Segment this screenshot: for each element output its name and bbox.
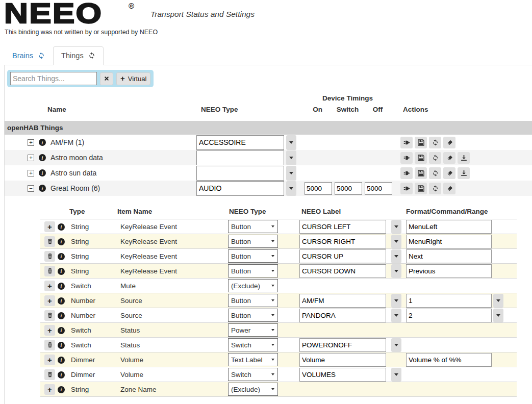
delete-channel-button[interactable] xyxy=(44,266,55,276)
timing-switch-input[interactable] xyxy=(335,182,362,195)
format-command-range-input[interactable] xyxy=(406,235,492,248)
expand-icon[interactable]: + xyxy=(28,170,34,176)
channel-neeo-type-select[interactable]: Button xyxy=(228,294,278,307)
add-virtual-button[interactable]: + Virtual xyxy=(116,72,150,85)
channel-neeo-type-select[interactable]: Button xyxy=(228,264,278,277)
channel-neeo-type-select[interactable]: Text Label xyxy=(228,353,278,366)
neeo-type-input[interactable] xyxy=(196,135,284,150)
info-icon[interactable]: i xyxy=(58,342,65,349)
channel-neeo-type-select[interactable]: Button xyxy=(228,235,278,248)
format-command-range-input[interactable] xyxy=(406,220,492,234)
neeo-label-input[interactable] xyxy=(299,309,386,322)
info-icon[interactable]: i xyxy=(58,223,65,231)
neeo-label-input[interactable] xyxy=(299,353,386,367)
neeo-type-input[interactable] xyxy=(196,181,284,196)
info-icon[interactable]: i xyxy=(58,238,65,245)
neeo-type-dropdown-button[interactable] xyxy=(286,150,296,165)
format-command-range-input[interactable] xyxy=(406,294,492,308)
info-icon[interactable]: i xyxy=(58,268,65,275)
channel-neeo-type-select[interactable]: Button xyxy=(228,220,278,233)
refresh-icon[interactable] xyxy=(38,52,45,59)
add-channel-button[interactable]: + xyxy=(44,355,55,365)
download-button[interactable] xyxy=(458,167,470,179)
save-button[interactable] xyxy=(415,152,427,164)
plug-button[interactable] xyxy=(400,167,413,179)
neeo-label-input[interactable] xyxy=(299,249,386,263)
neeo-type-dropdown-button[interactable] xyxy=(286,166,296,181)
neeo-label-input[interactable] xyxy=(299,220,386,234)
neeo-type-input[interactable] xyxy=(196,150,284,165)
delete-channel-button[interactable] xyxy=(44,310,55,321)
neeo-label-dropdown-button[interactable] xyxy=(391,235,401,248)
neeo-type-dropdown-button[interactable] xyxy=(286,135,296,150)
delete-channel-button[interactable] xyxy=(44,340,55,350)
timing-on-input[interactable] xyxy=(305,182,332,195)
channel-neeo-type-select[interactable]: Power xyxy=(228,323,278,337)
plug-button[interactable] xyxy=(400,152,413,164)
neeo-label-dropdown-button[interactable] xyxy=(391,264,401,278)
neeo-label-dropdown-button[interactable] xyxy=(391,249,401,263)
save-button[interactable] xyxy=(415,137,427,148)
neeo-type-input[interactable] xyxy=(196,166,284,181)
neeo-label-input[interactable] xyxy=(299,235,386,248)
format-command-range-input[interactable] xyxy=(406,264,492,278)
refresh-button[interactable] xyxy=(429,137,441,148)
channel-neeo-type-select[interactable]: Button xyxy=(228,249,278,263)
add-channel-button[interactable]: + xyxy=(44,221,55,232)
tab-things[interactable]: Things xyxy=(53,46,104,65)
refresh-button[interactable] xyxy=(429,152,441,164)
delete-channel-button[interactable] xyxy=(44,236,55,247)
neeo-label-dropdown-button[interactable] xyxy=(391,294,401,308)
search-input[interactable] xyxy=(10,72,97,85)
collapse-icon[interactable]: − xyxy=(28,185,34,192)
format-command-range-input[interactable] xyxy=(406,353,492,367)
info-icon[interactable]: i xyxy=(58,312,65,319)
delete-channel-button[interactable] xyxy=(44,369,55,380)
neeo-label-input[interactable] xyxy=(299,338,386,352)
info-icon[interactable]: i xyxy=(58,297,65,305)
info-icon[interactable]: i xyxy=(58,253,65,260)
channel-neeo-type-select[interactable]: (Exclude) xyxy=(228,383,278,396)
channel-neeo-type-select[interactable]: Button xyxy=(228,309,278,322)
plug-button[interactable] xyxy=(400,137,413,148)
add-channel-button[interactable]: + xyxy=(44,384,55,395)
info-icon[interactable]: i xyxy=(58,357,65,364)
download-button[interactable] xyxy=(458,152,470,164)
eraser-button[interactable] xyxy=(443,183,455,194)
eraser-button[interactable] xyxy=(443,137,455,148)
neeo-label-dropdown-button[interactable] xyxy=(391,309,401,322)
add-channel-button[interactable]: + xyxy=(44,295,55,306)
expand-icon[interactable]: + xyxy=(28,139,34,146)
plug-button[interactable] xyxy=(400,183,413,194)
neeo-label-input[interactable] xyxy=(299,368,386,382)
channel-neeo-type-select[interactable]: (Exclude) xyxy=(228,279,278,292)
format-command-range-input[interactable] xyxy=(406,309,492,322)
format-command-range-input[interactable] xyxy=(406,249,492,263)
refresh-icon[interactable] xyxy=(88,52,95,59)
neeo-label-dropdown-button[interactable] xyxy=(391,338,401,352)
neeo-label-dropdown-button[interactable] xyxy=(391,220,401,234)
refresh-button[interactable] xyxy=(429,183,441,194)
add-channel-button[interactable]: + xyxy=(44,325,55,336)
expand-icon[interactable]: + xyxy=(28,155,34,161)
neeo-type-dropdown-button[interactable] xyxy=(286,181,296,196)
save-button[interactable] xyxy=(415,183,427,194)
eraser-button[interactable] xyxy=(443,152,455,164)
refresh-button[interactable] xyxy=(429,167,441,179)
channel-neeo-type-select[interactable]: Switch xyxy=(228,368,278,381)
neeo-label-input[interactable] xyxy=(299,294,386,308)
info-icon[interactable]: i xyxy=(58,371,65,378)
neeo-label-input[interactable] xyxy=(299,264,386,278)
info-icon[interactable]: i xyxy=(39,139,46,146)
save-button[interactable] xyxy=(415,167,427,179)
tab-brains[interactable]: Brains xyxy=(4,46,53,65)
format-dropdown-button[interactable] xyxy=(493,294,503,308)
eraser-button[interactable] xyxy=(443,167,455,179)
info-icon[interactable]: i xyxy=(58,327,65,334)
neeo-label-dropdown-button[interactable] xyxy=(391,368,401,382)
info-icon[interactable]: i xyxy=(39,185,46,192)
channel-neeo-type-select[interactable]: Switch xyxy=(228,338,278,351)
info-icon[interactable]: i xyxy=(39,169,46,176)
add-channel-button[interactable]: + xyxy=(44,281,55,291)
info-icon[interactable]: i xyxy=(58,283,65,290)
